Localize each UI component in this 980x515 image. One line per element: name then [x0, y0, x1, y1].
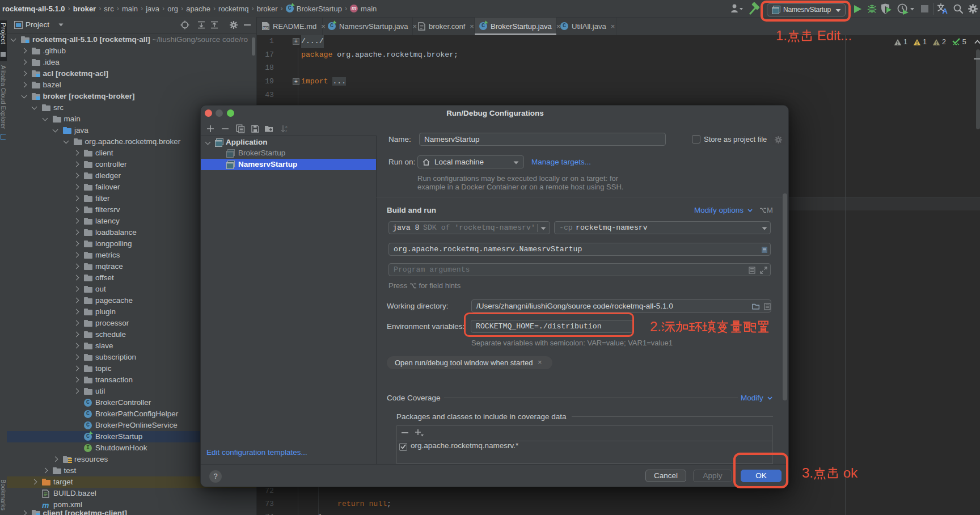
- svg-text:z: z: [285, 129, 287, 133]
- svg-text:a: a: [285, 125, 288, 129]
- svg-text:MD: MD: [263, 26, 268, 29]
- svg-text:A: A: [943, 7, 948, 15]
